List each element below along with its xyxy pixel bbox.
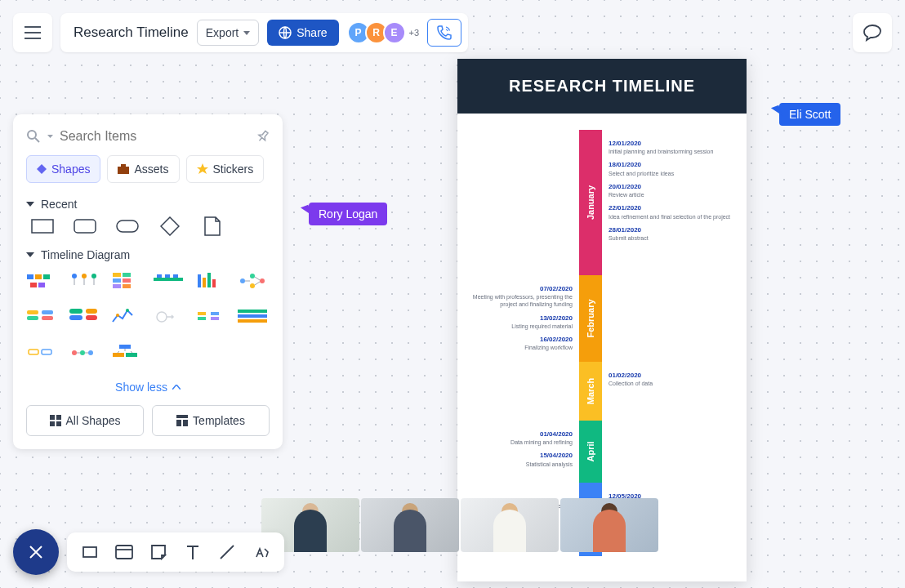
diagram-8[interactable]: [69, 305, 100, 328]
highlight-tool[interactable]: [252, 542, 271, 562]
chevron-up-icon: [172, 385, 181, 390]
svg-rect-59: [50, 415, 55, 420]
video-4[interactable]: [560, 498, 658, 552]
entry-date: 01/02/2020: [609, 372, 739, 380]
diagram-13[interactable]: [26, 341, 57, 364]
svg-rect-50: [238, 319, 267, 323]
note-tool[interactable]: [149, 542, 168, 562]
share-button[interactable]: Share: [267, 20, 338, 46]
collaborator-avatars[interactable]: P R E +3: [347, 21, 420, 44]
recent-shapes: [26, 219, 270, 234]
svg-rect-45: [198, 317, 206, 320]
dock-bar: [67, 532, 284, 572]
month-entries: 07/02/2020Meeting with professors, prese…: [462, 285, 573, 358]
show-less-button[interactable]: Show less: [26, 376, 270, 405]
export-button[interactable]: Export: [197, 20, 259, 46]
comment-button[interactable]: [853, 13, 892, 52]
entry-date: 13/02/2020: [462, 314, 573, 323]
page-shape[interactable]: [201, 219, 224, 234]
month-february: February07/02/2020Meeting with professor…: [457, 275, 747, 362]
diamond-shape[interactable]: [158, 219, 181, 234]
svg-rect-24: [173, 274, 178, 278]
entry-date: 16/02/2020: [462, 336, 573, 344]
text-tool[interactable]: [183, 542, 203, 562]
all-shapes-button[interactable]: All Shapes: [26, 405, 144, 436]
line-tool[interactable]: [217, 542, 237, 562]
diagram-15[interactable]: [110, 341, 141, 364]
svg-rect-4: [32, 220, 53, 233]
video-2[interactable]: [361, 498, 459, 552]
diagram-11[interactable]: [195, 305, 226, 328]
caret-down-icon: [243, 31, 250, 35]
diagram-6[interactable]: [237, 270, 268, 292]
avatar-overflow[interactable]: +3: [409, 28, 420, 38]
hamburger-icon: [25, 26, 41, 39]
svg-rect-56: [119, 345, 131, 349]
tab-stickers[interactable]: Stickers: [186, 155, 265, 183]
svg-rect-15: [113, 273, 121, 277]
rect-shape[interactable]: [31, 219, 54, 234]
pill-shape[interactable]: [116, 219, 139, 234]
document-controls: Research Timeline Export Share P R E +3: [60, 13, 468, 52]
tab-shapes[interactable]: Shapes: [26, 155, 100, 183]
rounded-rect-shape[interactable]: [74, 219, 96, 234]
diagram-14[interactable]: [69, 341, 100, 364]
diagram-5[interactable]: [195, 270, 226, 292]
entry-date: 28/01/2020: [609, 226, 739, 234]
diagram-9[interactable]: [110, 305, 141, 328]
month-entries: 01/04/2020Data mining and refining15/04/…: [462, 430, 573, 474]
video-3[interactable]: [461, 498, 559, 552]
diagram-3[interactable]: [110, 270, 141, 292]
svg-point-29: [240, 278, 245, 283]
svg-point-55: [88, 350, 93, 355]
tab-stickers-label: Stickers: [213, 163, 254, 176]
diagram-4[interactable]: [153, 270, 184, 292]
diagram-7[interactable]: [26, 305, 57, 328]
show-less-label: Show less: [115, 381, 167, 394]
month-bar: March: [579, 362, 602, 421]
svg-rect-52: [42, 350, 51, 354]
diagram-2[interactable]: [69, 270, 100, 292]
panel-bottom-buttons: All Shapes Templates: [26, 405, 270, 436]
tab-assets[interactable]: Assets: [107, 155, 179, 183]
svg-rect-39: [86, 309, 97, 314]
svg-point-14: [91, 274, 96, 278]
diagram-12[interactable]: [237, 305, 268, 328]
svg-rect-67: [116, 546, 132, 559]
cursor-eli: Eli Scott: [773, 103, 840, 126]
video-strip: [261, 498, 658, 552]
svg-rect-60: [56, 415, 61, 420]
pin-icon[interactable]: [254, 127, 273, 146]
templates-button[interactable]: Templates: [152, 405, 270, 436]
call-button[interactable]: [427, 19, 461, 47]
svg-rect-2: [118, 167, 129, 174]
menu-button[interactable]: [13, 13, 52, 52]
card-tool[interactable]: [114, 542, 134, 562]
month-march: March01/02/2020Collection of data: [457, 362, 747, 421]
svg-rect-20: [123, 284, 131, 288]
timeline-section-header[interactable]: Timeline Diagram: [26, 248, 270, 261]
avatar-e[interactable]: E: [383, 21, 406, 44]
search-input[interactable]: [60, 129, 256, 144]
svg-rect-8: [35, 274, 42, 279]
diagram-1[interactable]: [26, 270, 57, 292]
month-label: March: [586, 378, 595, 404]
svg-rect-18: [123, 278, 131, 283]
document-title[interactable]: Research Timeline: [74, 24, 189, 41]
search-box[interactable]: [26, 129, 256, 144]
svg-rect-16: [123, 273, 131, 277]
rect-tool[interactable]: [80, 542, 100, 562]
month-label: April: [586, 441, 595, 461]
diagram-10[interactable]: [153, 305, 184, 328]
panel-tabs: Shapes Assets Stickers: [26, 155, 270, 183]
entry-text: Submit abstract: [609, 234, 739, 242]
tab-shapes-label: Shapes: [51, 163, 90, 176]
svg-rect-17: [113, 278, 121, 283]
caret-down-icon: [26, 252, 34, 257]
recent-section-header[interactable]: Recent: [26, 198, 270, 211]
svg-point-54: [80, 350, 85, 355]
svg-rect-34: [27, 316, 38, 320]
entry-text: Data mining and refining: [462, 439, 573, 446]
entry-date: 01/04/2020: [462, 430, 573, 439]
close-fab[interactable]: [13, 529, 59, 575]
